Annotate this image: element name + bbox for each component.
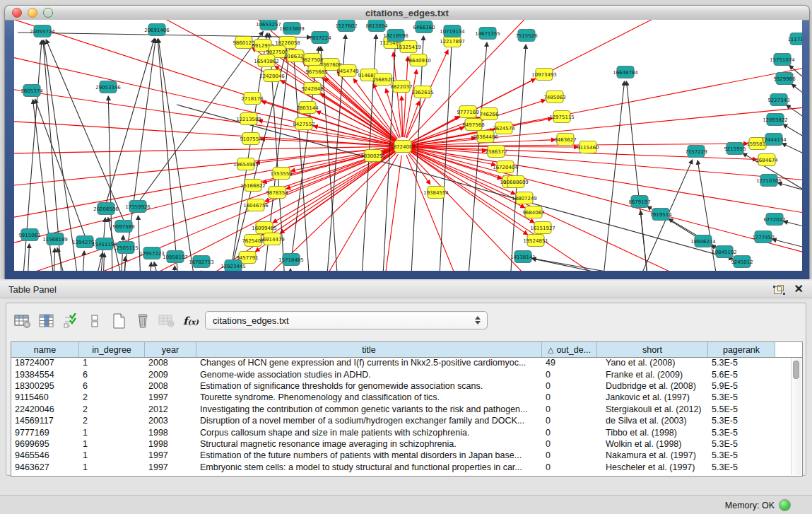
graph-node[interactable]: 16640910 — [406, 54, 431, 66]
graph-node[interactable]: 19384554 — [423, 187, 449, 199]
graph-node[interactable]: 8679197 — [628, 196, 650, 208]
black-edge[interactable] — [772, 239, 802, 253]
black-edge[interactable] — [509, 45, 526, 271]
graph-node[interactable]: 12975115 — [549, 111, 575, 123]
network-canvas[interactable]: 1872400718300295986012359129541822605898… — [14, 20, 802, 271]
graph-node[interactable]: 9878354 — [266, 187, 288, 199]
table-row[interactable]: 977716911998Corpus callosum shape and si… — [11, 426, 802, 438]
graph-node[interactable]: 9463627 — [554, 134, 576, 146]
black-edge[interactable] — [626, 81, 650, 271]
close-icon[interactable]: ✕ — [794, 284, 804, 295]
graph-node[interactable]: 16099485 — [252, 222, 277, 234]
black-edge[interactable] — [601, 81, 625, 271]
graph-node[interactable]: 29053346 — [95, 81, 121, 93]
graph-node[interactable]: 16046756 — [243, 199, 269, 211]
graph-node[interactable]: 746266 — [480, 108, 499, 120]
graph-node[interactable]: 17359926 — [125, 201, 151, 213]
black-edge[interactable] — [532, 259, 707, 271]
network-window-titlebar[interactable]: citations_edges.txt — [5, 6, 809, 21]
network-canvas-svg[interactable]: 1872400718300295986012359129541822605898… — [14, 20, 802, 271]
graph-node[interactable]: 20206506 — [93, 203, 119, 215]
graph-node[interactable]: 9107554 — [240, 133, 262, 145]
graph-node[interactable]: 12213589 — [236, 113, 261, 125]
black-edge[interactable] — [46, 40, 124, 222]
graph-node[interactable]: 16151927 — [530, 222, 555, 234]
red-edge[interactable] — [382, 156, 401, 271]
table-row[interactable]: 946362711997Embryonic stem cells: a mode… — [11, 462, 802, 473]
column-checklist-icon[interactable] — [59, 310, 83, 332]
red-edge[interactable] — [127, 20, 395, 142]
red-edge[interactable] — [14, 148, 394, 253]
graph-node[interactable]: 9684067 — [522, 206, 544, 218]
network-view-window[interactable]: citations_edges.txt 18724007183002959860… — [5, 6, 809, 279]
graph-node[interactable]: 8822037 — [390, 81, 412, 93]
black-edge[interactable] — [782, 144, 802, 165]
red-edge[interactable] — [14, 148, 394, 225]
scrollbar-thumb[interactable] — [793, 361, 799, 379]
delete-table-icon[interactable] — [155, 310, 179, 332]
graph-node[interactable]: 2803144 — [296, 102, 319, 114]
show-columns-icon[interactable] — [35, 310, 59, 332]
red-edge[interactable] — [311, 154, 398, 271]
table-row[interactable]: 1830029562008Estimation of significance … — [11, 380, 802, 392]
new-column-icon[interactable] — [107, 310, 131, 332]
graph-node[interactable]: 9329966 — [773, 73, 796, 85]
graph-node[interactable]: 10653257 — [256, 20, 281, 30]
graph-node[interactable]: 10719134 — [440, 25, 465, 37]
red-edge[interactable] — [412, 148, 802, 218]
graph-node[interactable]: 7386372 — [485, 146, 507, 158]
graph-node[interactable]: 12093822 — [763, 114, 788, 126]
graph-node[interactable]: 6466160 — [413, 21, 435, 33]
red-edge[interactable] — [14, 119, 394, 146]
red-edge[interactable] — [404, 57, 408, 137]
table-row[interactable]: 1872400712008Changes of HCN gene express… — [11, 357, 802, 368]
black-edge[interactable] — [35, 99, 86, 238]
graph-node[interactable]: 19524851 — [523, 235, 548, 247]
table-row[interactable]: 1938455462009Genome-wide association stu… — [11, 368, 802, 380]
table-panel-header[interactable]: Table Panel ✕ — [0, 281, 812, 298]
graph-node[interactable]: 7919514 — [649, 209, 672, 221]
graph-node[interactable]: 1353559 — [270, 168, 292, 180]
graph-node[interactable]: 1117181 — [787, 33, 802, 45]
black-edge[interactable] — [90, 253, 102, 271]
red-edge[interactable] — [401, 96, 402, 137]
black-edge[interactable] — [778, 183, 802, 197]
graph-node[interactable]: 2605374 — [20, 85, 43, 97]
column-header-pagerank[interactable]: pagerank — [708, 342, 775, 357]
graph-node[interactable]: 9227343 — [767, 94, 789, 106]
black-edge[interactable] — [154, 262, 164, 271]
red-edge[interactable] — [14, 83, 394, 145]
float-window-icon[interactable] — [774, 284, 784, 294]
graph-node[interactable]: 2718176 — [241, 93, 264, 105]
graph-node[interactable]: 6497568 — [462, 119, 484, 131]
red-edge[interactable] — [280, 152, 395, 233]
graph-node[interactable]: 7357229 — [685, 146, 707, 158]
red-edge[interactable] — [412, 62, 802, 145]
black-edge[interactable] — [173, 266, 175, 271]
graph-node[interactable]: 7857224 — [309, 32, 331, 44]
graph-node[interactable]: 10958107 — [163, 251, 188, 263]
black-edge[interactable] — [158, 39, 180, 271]
graph-node[interactable]: 15751074 — [770, 54, 795, 66]
black-edge[interactable] — [106, 38, 154, 204]
graph-node[interactable]: 9215955 — [724, 143, 746, 155]
black-edge[interactable] — [532, 258, 661, 271]
column-header-short[interactable]: short — [597, 342, 708, 357]
graph-node[interactable]: 18946214 — [690, 235, 716, 247]
black-edge[interactable] — [148, 262, 151, 271]
graph-node[interactable]: 24055724 — [30, 25, 55, 37]
table-select-dropdown[interactable]: citations_edges.txt — [205, 311, 488, 329]
graph-node[interactable]: 9242848 — [301, 83, 323, 95]
graph-node[interactable]: 9675685 — [305, 66, 327, 78]
graph-node[interactable]: 16648784 — [613, 66, 638, 78]
column-header-year[interactable]: year — [145, 342, 196, 357]
table-row[interactable]: 911546021997Tourette syndrome. Phenomeno… — [11, 392, 802, 403]
delete-column-icon[interactable] — [131, 310, 155, 332]
graph-node[interactable]: 1362615 — [411, 86, 433, 98]
column-header-title[interactable]: title — [196, 342, 542, 357]
black-edge[interactable] — [784, 221, 802, 232]
red-edge[interactable] — [240, 153, 396, 271]
graph-node[interactable]: 20691406 — [144, 24, 170, 36]
graph-node[interactable]: 1777450 — [752, 231, 774, 243]
graph-node[interactable]: 14671355 — [475, 28, 500, 40]
